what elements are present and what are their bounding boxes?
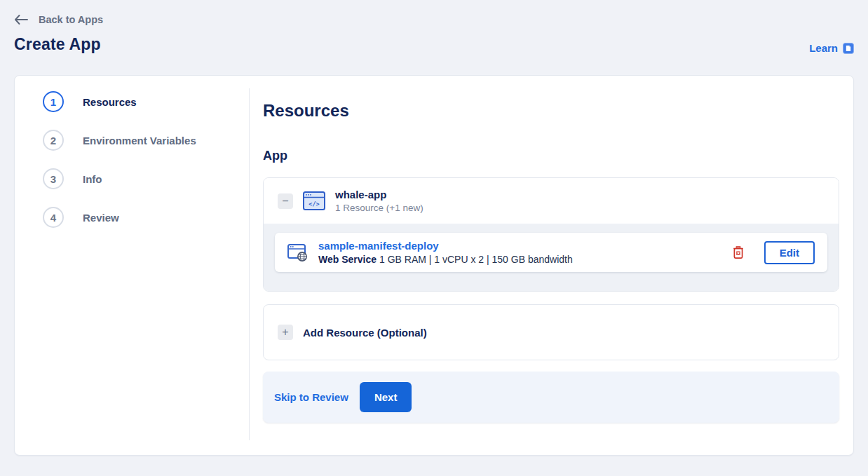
- svg-text:</>: </>: [308, 200, 319, 208]
- collapse-button[interactable]: −: [278, 193, 293, 209]
- resource-description: Web Service1 GB RAM | 1 vCPU x 2 | 150 G…: [318, 254, 573, 265]
- next-button[interactable]: Next: [360, 382, 412, 412]
- step-info[interactable]: 3 Info: [43, 168, 249, 189]
- app-resource-count: 1 Resource (+1 new): [335, 203, 423, 213]
- step-label: Review: [83, 212, 119, 224]
- add-resource-label: Add Resource (Optional): [303, 327, 427, 339]
- app-group-header: − </> whale-app 1 Resource (+1 new): [264, 178, 839, 224]
- resource-specs: 1 GB RAM | 1 vCPU x 2 | 150 GB bandwidth: [379, 254, 573, 265]
- app-name: whale-app: [335, 189, 423, 200]
- page-title: Create App: [14, 35, 101, 54]
- page-header: Back to Apps Create App Learn: [0, 0, 868, 54]
- docs-book-icon: [843, 43, 854, 54]
- learn-link[interactable]: Learn: [809, 42, 854, 54]
- create-app-card: 1 Resources 2 Environment Variables 3 In…: [14, 75, 854, 456]
- step-resources[interactable]: 1 Resources: [43, 91, 249, 112]
- resources-panel: Resources App − </> whale-app: [250, 76, 853, 455]
- delete-resource-button[interactable]: [732, 245, 745, 259]
- resource-type: Web Service: [318, 254, 377, 265]
- step-environment-variables[interactable]: 2 Environment Variables: [43, 130, 249, 151]
- back-to-apps-link[interactable]: Back to Apps: [14, 14, 854, 25]
- web-service-globe-icon: [287, 243, 308, 262]
- step-label: Environment Variables: [83, 135, 196, 147]
- add-resource-card[interactable]: + Add Resource (Optional): [263, 304, 839, 360]
- plus-icon: +: [282, 327, 288, 338]
- step-review[interactable]: 4 Review: [43, 207, 249, 228]
- add-resource-button[interactable]: +: [278, 325, 293, 340]
- skip-to-review-link[interactable]: Skip to Review: [274, 391, 348, 403]
- minus-icon: −: [282, 196, 288, 207]
- app-section-title: App: [263, 149, 839, 163]
- wizard-stepper: 1 Resources 2 Environment Variables 3 In…: [15, 76, 249, 455]
- app-group-card: − </> whale-app 1 Resource (+1 new): [263, 177, 839, 292]
- resource-row: sample-manifest-deploy Web Service1 GB R…: [275, 233, 827, 272]
- resources-heading: Resources: [263, 101, 839, 121]
- step-label: Info: [83, 173, 102, 185]
- back-label: Back to Apps: [39, 14, 103, 25]
- resource-name-link[interactable]: sample-manifest-deploy: [318, 240, 573, 252]
- step-number-badge: 4: [43, 207, 64, 228]
- edit-resource-button[interactable]: Edit: [764, 241, 815, 264]
- arrow-left-icon: [14, 15, 28, 25]
- app-window-code-icon: </>: [303, 191, 325, 210]
- step-number-badge: 1: [43, 91, 64, 112]
- footer-actions: Skip to Review Next: [263, 372, 839, 423]
- step-number-badge: 3: [43, 168, 64, 189]
- learn-label: Learn: [809, 42, 838, 54]
- step-label: Resources: [83, 96, 137, 108]
- app-group-body: sample-manifest-deploy Web Service1 GB R…: [264, 224, 839, 291]
- step-number-badge: 2: [43, 130, 64, 151]
- trash-icon: [732, 245, 745, 259]
